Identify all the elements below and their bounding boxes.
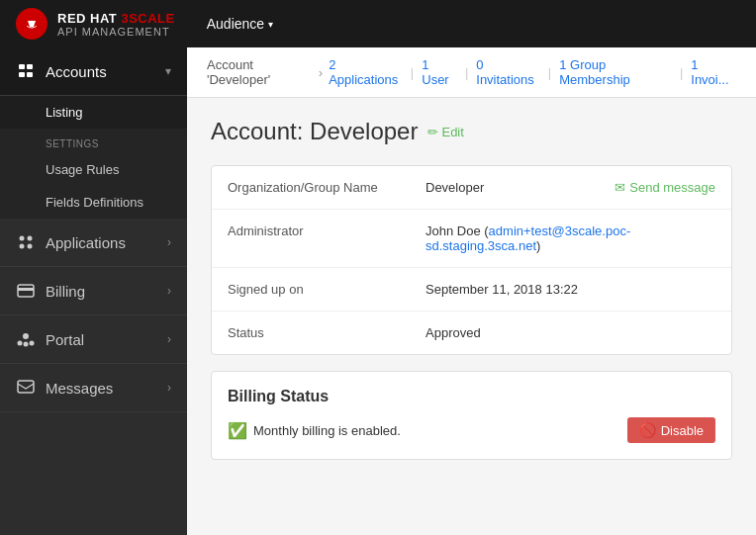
admin-close-paren: ) (536, 238, 540, 253)
org-value-cell: Developer ✉ Send message (410, 166, 731, 210)
check-icon: ✅ (228, 421, 247, 440)
applications-label: Applications (46, 234, 167, 251)
table-row: Status Approved (212, 312, 731, 355)
top-nav: RED HAT 3SCALE API MANAGEMENT Audience ▾ (0, 0, 756, 47)
sidebar-sub-listing[interactable]: Listing (0, 96, 187, 129)
breadcrumb-account: Account 'Developer' (207, 57, 313, 87)
breadcrumb-divider-4: | (680, 65, 683, 80)
svg-rect-3 (27, 72, 33, 77)
main-content: Account 'Developer' › 2 Applications | 1… (187, 47, 756, 535)
svg-point-13 (24, 342, 29, 347)
audience-menu[interactable]: Audience ▾ (207, 16, 273, 32)
breadcrumb-divider-2: | (465, 65, 468, 80)
svg-rect-0 (19, 64, 25, 69)
table-row: Organization/Group Name Developer ✉ Send… (212, 166, 731, 210)
brand-tagline: API MANAGEMENT (57, 26, 175, 38)
svg-point-10 (23, 333, 29, 339)
org-message-row: Developer ✉ Send message (425, 180, 715, 195)
portal-icon (16, 329, 36, 349)
breadcrumb-separator: › (319, 65, 323, 80)
svg-point-6 (20, 244, 25, 249)
edit-button[interactable]: ✏ Edit (427, 125, 463, 139)
account-info-card: Organization/Group Name Developer ✉ Send… (211, 165, 732, 355)
applications-icon (16, 232, 36, 252)
billing-enabled-status: ✅ Monthly billing is enabled. (228, 421, 401, 440)
page-title: Account: Developer (211, 118, 418, 145)
breadcrumb-group-link[interactable]: 1 Group Membership (559, 57, 672, 87)
sidebar-item-portal[interactable]: Portal › (0, 315, 187, 364)
sidebar-sub-fields-definitions[interactable]: Fields Definitions (0, 186, 187, 219)
redhat-logo-icon (16, 8, 47, 40)
breadcrumb-divider-3: | (548, 65, 551, 80)
breadcrumb-invoice-link[interactable]: 1 Invoi... (691, 57, 736, 87)
svg-rect-1 (27, 64, 33, 69)
svg-rect-2 (19, 72, 25, 77)
messages-icon (16, 378, 36, 398)
billing-chevron-icon: › (167, 284, 171, 298)
svg-point-12 (30, 341, 35, 346)
audience-label: Audience (207, 16, 264, 32)
billing-title: Billing Status (228, 388, 715, 405)
accounts-submenu: Listing Settings Usage Rules Fields Defi… (0, 96, 187, 219)
breadcrumb-invitations-link[interactable]: 0 Invitations (476, 57, 540, 87)
org-value: Developer (425, 180, 484, 195)
page-body: Account: Developer ✏ Edit Organization/G… (187, 98, 756, 480)
sidebar-item-messages[interactable]: Messages › (0, 364, 187, 412)
send-message-icon: ✉ (614, 180, 625, 195)
breadcrumb-user-link[interactable]: 1 User (422, 57, 457, 87)
billing-label: Billing (46, 283, 167, 300)
sidebar-item-billing[interactable]: Billing › (0, 267, 187, 315)
svg-point-11 (18, 341, 23, 346)
info-table: Organization/Group Name Developer ✉ Send… (212, 166, 731, 354)
breadcrumb-applications-link[interactable]: 2 Applications (329, 57, 403, 87)
billing-icon (16, 281, 36, 301)
table-row: Administrator John Doe (admin+test@3scal… (212, 210, 731, 268)
breadcrumb: Account 'Developer' › 2 Applications | 1… (187, 47, 756, 98)
billing-status-text: Monthly billing is enabled. (253, 423, 401, 438)
applications-chevron-icon: › (167, 235, 171, 249)
signup-label: Signed up on (212, 268, 410, 312)
settings-section-label: Settings (0, 129, 187, 153)
admin-value-cell: John Doe (admin+test@3scale.poc-sd.stagi… (410, 210, 731, 268)
billing-row: ✅ Monthly billing is enabled. 🚫 Disable (228, 417, 715, 443)
signup-value: September 11, 2018 13:22 (410, 268, 731, 312)
status-value: Approved (410, 312, 731, 355)
logo-area: RED HAT 3SCALE API MANAGEMENT (16, 8, 175, 40)
disable-label: Disable (661, 423, 704, 438)
accounts-label: Accounts (46, 63, 165, 80)
sidebar-item-applications[interactable]: Applications › (0, 219, 187, 267)
sidebar-item-accounts[interactable]: Accounts ▾ (0, 47, 187, 96)
messages-chevron-icon: › (167, 381, 171, 395)
edit-icon: ✏ (427, 125, 438, 139)
org-label: Organization/Group Name (212, 166, 410, 210)
portal-label: Portal (46, 331, 167, 348)
send-message-link[interactable]: ✉ Send message (614, 180, 715, 195)
admin-label: Administrator (212, 210, 410, 268)
accounts-chevron-icon: ▾ (165, 64, 171, 78)
svg-point-4 (20, 236, 25, 241)
svg-point-7 (28, 244, 33, 249)
breadcrumb-divider-1: | (411, 65, 414, 80)
admin-name: John Doe ( (425, 223, 489, 238)
page-title-row: Account: Developer ✏ Edit (211, 118, 732, 145)
svg-point-5 (28, 236, 33, 241)
svg-rect-9 (18, 288, 34, 291)
disable-billing-button[interactable]: 🚫 Disable (627, 417, 715, 443)
audience-chevron-icon: ▾ (268, 19, 273, 30)
portal-chevron-icon: › (167, 332, 171, 346)
sidebar-sub-usage-rules[interactable]: Usage Rules (0, 153, 187, 186)
brand-name: RED HAT 3SCALE (57, 11, 175, 26)
billing-status-card: Billing Status ✅ Monthly billing is enab… (211, 371, 732, 460)
table-row: Signed up on September 11, 2018 13:22 (212, 268, 731, 312)
messages-label: Messages (46, 380, 167, 397)
status-label: Status (212, 312, 410, 355)
svg-rect-14 (18, 381, 34, 393)
disable-icon: 🚫 (639, 422, 656, 438)
accounts-icon (16, 61, 36, 81)
sidebar: Accounts ▾ Listing Settings Usage Rules … (0, 47, 187, 535)
main-layout: Accounts ▾ Listing Settings Usage Rules … (0, 47, 756, 535)
brand-text: RED HAT 3SCALE API MANAGEMENT (57, 11, 175, 38)
